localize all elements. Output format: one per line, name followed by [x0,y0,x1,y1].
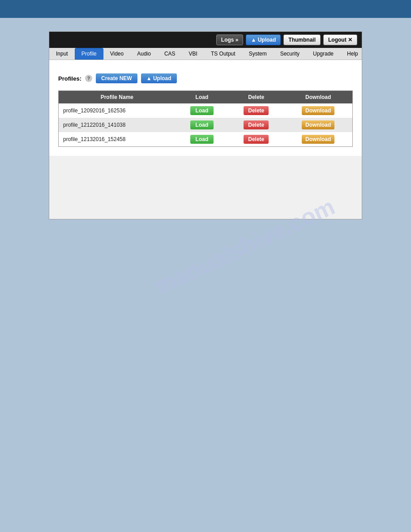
table-row: profile_12092016_162536LoadDeleteDownloa… [59,103,353,118]
nav-item-help[interactable]: Help [340,48,365,60]
nav-item-system[interactable]: System [242,48,274,60]
delete-cell: Delete [228,103,284,118]
table-header-row: Profile Name Load Delete Download [59,91,353,104]
nav-item-vbi[interactable]: VBI [182,48,204,60]
nav-item-upgrade[interactable]: Upgrade [306,48,340,60]
nav-bar: Input Profile Video Audio CAS VBI TS Out… [49,48,362,60]
download-cell: Download [284,132,352,147]
profile-name-cell: profile_12132016_152458 [59,132,176,147]
load-cell: Load [176,118,229,132]
upload-top-button[interactable]: ▲ Upload [246,34,281,45]
download-cell: Download [284,103,352,118]
nav-item-input[interactable]: Input [49,48,75,60]
profiles-label: Profiles: [58,75,81,82]
load-button[interactable]: Load [190,120,214,129]
col-profile-name: Profile Name [59,91,176,104]
col-download: Download [284,91,352,104]
table-row: profile_12132016_152458LoadDeleteDownloa… [59,132,353,147]
upload-profile-button[interactable]: ▲ Upload [141,73,177,83]
delete-button[interactable]: Delete [244,106,269,115]
load-button[interactable]: Load [190,106,214,115]
col-delete: Delete [228,91,284,104]
col-load: Load [176,91,229,104]
create-new-button[interactable]: Create NEW [96,73,137,83]
table-row: profile_12122016_141038LoadDeleteDownloa… [59,118,353,132]
delete-cell: Delete [228,118,284,132]
load-cell: Load [176,132,229,147]
nav-item-cas[interactable]: CAS [158,48,182,60]
load-cell: Load [176,103,229,118]
thumbnail-button[interactable]: Thumbnail [283,34,321,45]
nav-item-security[interactable]: Security [274,48,306,60]
profile-name-cell: profile_12122016_141038 [59,118,176,132]
help-icon[interactable]: ? [85,75,92,82]
nav-item-audio[interactable]: Audio [130,48,158,60]
content-area: Profiles: ? Create NEW ▲ Upload Profile … [49,60,362,156]
header-bar: Logs » ▲ Upload Thumbnail Logout ✕ [49,32,362,48]
profiles-header: Profiles: ? Create NEW ▲ Upload [58,73,353,83]
download-button[interactable]: Download [302,120,334,129]
download-button[interactable]: Download [302,135,334,144]
nav-item-video[interactable]: Video [103,48,130,60]
load-button[interactable]: Load [190,135,214,144]
logs-button[interactable]: Logs » [216,34,244,45]
nav-item-ts-output[interactable]: TS Output [204,48,242,60]
logout-button[interactable]: Logout ✕ [323,34,357,45]
delete-button[interactable]: Delete [244,120,269,129]
profiles-table: Profile Name Load Delete Download profil… [58,90,353,147]
nav-item-profile[interactable]: Profile [75,48,103,60]
profile-name-cell: profile_12092016_162536 [59,103,176,118]
main-container: Logs » ▲ Upload Thumbnail Logout ✕ Input… [49,31,362,219]
top-bar [0,0,411,18]
delete-cell: Delete [228,132,284,147]
download-button[interactable]: Download [302,106,334,115]
download-cell: Download [284,118,352,132]
delete-button[interactable]: Delete [244,135,269,144]
